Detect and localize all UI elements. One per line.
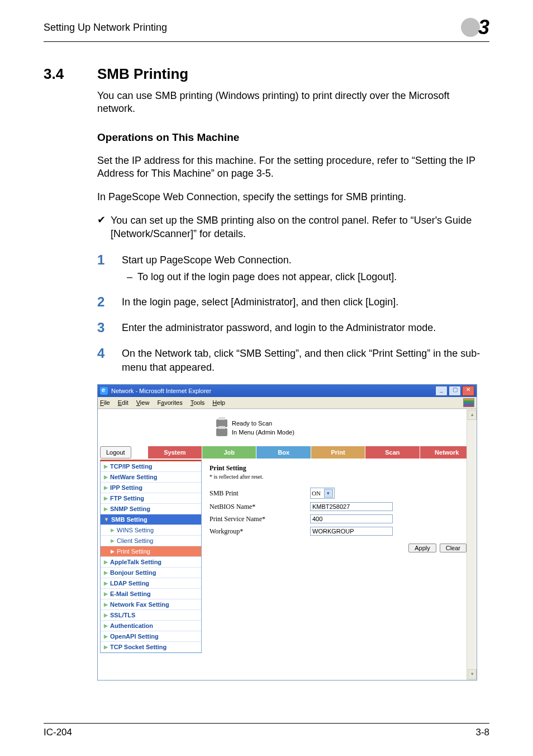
intro-paragraph: You can use SMB printing (Windows printi… bbox=[97, 89, 489, 116]
menu-view[interactable]: View bbox=[136, 399, 150, 406]
sidebar-item-ipp[interactable]: ▶IPP Setting bbox=[101, 483, 201, 493]
select-value: ON bbox=[312, 490, 321, 497]
menu-tools[interactable]: Tools bbox=[191, 399, 205, 406]
menu-file[interactable]: File bbox=[100, 399, 110, 406]
nav-tabs-row: Logout System Job Box Print Scan Network bbox=[100, 446, 474, 459]
triangle-icon: ▶ bbox=[104, 570, 108, 575]
sidebar-item-openapi[interactable]: ▶OpenAPI Setting bbox=[101, 631, 201, 642]
field-print-service: Print Service Name* 400 bbox=[210, 514, 467, 523]
sidebar: ▶TCP/IP Setting ▶NetWare Setting ▶IPP Se… bbox=[100, 460, 202, 653]
triangle-icon: ▶ bbox=[104, 474, 108, 480]
tab-box[interactable]: Box bbox=[256, 446, 311, 459]
step-1: 1 Start up PageScope Web Connection. bbox=[97, 253, 489, 267]
step-number: 3 bbox=[97, 321, 122, 334]
triangle-icon: ▶ bbox=[111, 549, 115, 554]
field-workgroup: Workgroup* WORKGROUP bbox=[210, 527, 467, 536]
step-text: Start up PageScope Web Connection. bbox=[122, 253, 489, 267]
chevron-down-icon: ▾ bbox=[324, 489, 333, 498]
menu-edit[interactable]: Edit bbox=[118, 399, 129, 406]
sidebar-item-auth[interactable]: ▶Authentication bbox=[101, 621, 201, 631]
operations-heading: Operations on This Machine bbox=[97, 131, 489, 144]
badge-icon bbox=[460, 17, 480, 37]
sidebar-sub-client[interactable]: ▶Client Setting bbox=[101, 536, 201, 546]
triangle-icon: ▶ bbox=[104, 612, 108, 618]
step-number: 1 bbox=[97, 253, 122, 267]
sidebar-item-appletalk[interactable]: ▶AppleTalk Setting bbox=[101, 557, 201, 568]
tab-scan[interactable]: Scan bbox=[365, 446, 420, 459]
content-pane: Print Setting * is reflected after reset… bbox=[202, 460, 474, 653]
triangle-icon: ▶ bbox=[104, 634, 108, 639]
sidebar-item-smb[interactable]: ▼SMB Setting bbox=[101, 514, 201, 525]
sidebar-sub-wins[interactable]: ▶WINS Setting bbox=[101, 525, 201, 536]
tab-print[interactable]: Print bbox=[311, 446, 365, 459]
note-check: ✔ You can set up the SMB printing also o… bbox=[97, 214, 489, 241]
sidebar-item-ldap[interactable]: ▶LDAP Setting bbox=[101, 578, 201, 589]
triangle-icon: ▶ bbox=[104, 559, 108, 565]
step-text: On the Network tab, click “SMB Setting”,… bbox=[122, 347, 489, 374]
field-label: NetBIOS Name* bbox=[210, 503, 310, 511]
section-heading: 3.4 SMB Printing bbox=[44, 65, 489, 83]
triangle-icon: ▶ bbox=[104, 591, 108, 597]
sidebar-item-tcpsocket[interactable]: ▶TCP Socket Setting bbox=[101, 642, 201, 653]
button-row: Apply Clear bbox=[210, 544, 467, 552]
scrollbar[interactable]: ▴ ▾ bbox=[467, 409, 476, 680]
triangle-icon: ▶ bbox=[104, 623, 108, 629]
scroll-down-icon[interactable]: ▾ bbox=[468, 669, 477, 679]
sidebar-item-bonjour[interactable]: ▶Bonjour Setting bbox=[101, 568, 201, 578]
step-3: 3 Enter the administrator password, and … bbox=[97, 321, 489, 334]
footer-left: IC-204 bbox=[44, 727, 72, 738]
clear-button[interactable]: Clear bbox=[440, 544, 467, 552]
step-number: 4 bbox=[97, 347, 122, 360]
status-area: Ready to Scan In Menu (Admin Mode) bbox=[100, 410, 474, 446]
logout-button[interactable]: Logout bbox=[100, 446, 131, 459]
workgroup-input[interactable]: WORKGROUP bbox=[310, 527, 393, 536]
tab-job[interactable]: Job bbox=[202, 446, 256, 459]
status-mode: In Menu (Admin Mode) bbox=[232, 429, 294, 436]
chapter-number: 3 bbox=[478, 16, 489, 39]
sidebar-item-email[interactable]: ▶E-Mail Setting bbox=[101, 589, 201, 599]
triangle-icon: ▶ bbox=[111, 538, 115, 544]
pane-note: * is reflected after reset. bbox=[210, 474, 467, 480]
tab-system[interactable]: System bbox=[148, 446, 202, 459]
ie-logo-icon bbox=[463, 398, 474, 407]
step-text: In the login page, select [Administrator… bbox=[122, 295, 489, 309]
step-number: 2 bbox=[97, 295, 122, 309]
set-ip-paragraph: Set the IP address for this machine. For… bbox=[97, 154, 489, 181]
screenshot-window: Network - Microsoft Internet Explorer _ … bbox=[97, 384, 477, 681]
netbios-input[interactable]: KMBT258027 bbox=[310, 502, 393, 511]
step-text: Enter the administrator password, and lo… bbox=[122, 321, 489, 334]
scroll-up-icon[interactable]: ▴ bbox=[468, 410, 477, 420]
page-footer: IC-204 3-8 bbox=[44, 723, 489, 738]
print-service-input[interactable]: 400 bbox=[310, 514, 393, 523]
ie-icon bbox=[100, 387, 108, 395]
sidebar-item-tcpip[interactable]: ▶TCP/IP Setting bbox=[101, 461, 201, 472]
sidebar-item-ssltls[interactable]: ▶SSL/TLS bbox=[101, 610, 201, 621]
status-ready: Ready to Scan bbox=[232, 420, 272, 427]
triangle-icon: ▶ bbox=[111, 527, 115, 533]
sidebar-item-snmp[interactable]: ▶SNMP Setting bbox=[101, 504, 201, 514]
triangle-icon: ▶ bbox=[104, 506, 108, 512]
dash-icon: – bbox=[122, 271, 137, 283]
pane-title: Print Setting bbox=[210, 464, 467, 472]
triangle-icon: ▶ bbox=[104, 464, 108, 469]
close-button[interactable]: ✕ bbox=[462, 386, 474, 396]
triangle-icon: ▶ bbox=[104, 495, 108, 501]
field-netbios: NetBIOS Name* KMBT258027 bbox=[210, 502, 467, 511]
chapter-badge: 3 bbox=[460, 16, 489, 39]
maximize-button[interactable]: ▢ bbox=[449, 386, 461, 396]
menu-favorites[interactable]: Favorites bbox=[157, 399, 182, 406]
sidebar-item-ftp[interactable]: ▶FTP Setting bbox=[101, 493, 201, 504]
menu-help[interactable]: Help bbox=[212, 399, 225, 406]
minimize-button[interactable]: _ bbox=[435, 386, 448, 396]
step-2: 2 In the login page, select [Administrat… bbox=[97, 295, 489, 309]
check-text: You can set up the SMB printing also on … bbox=[111, 214, 489, 241]
sidebar-item-netware[interactable]: ▶NetWare Setting bbox=[101, 472, 201, 483]
apply-button[interactable]: Apply bbox=[408, 544, 436, 552]
check-icon: ✔ bbox=[97, 214, 111, 241]
field-label: SMB Print bbox=[210, 489, 310, 498]
sidebar-item-networkfax[interactable]: ▶Network Fax Setting bbox=[101, 599, 201, 610]
sidebar-sub-print[interactable]: ▶Print Setting bbox=[101, 546, 201, 557]
smb-print-select[interactable]: ON ▾ bbox=[310, 488, 335, 499]
triangle-icon: ▶ bbox=[104, 580, 108, 586]
step-1-sub: – To log out if the login page does not … bbox=[122, 271, 489, 283]
